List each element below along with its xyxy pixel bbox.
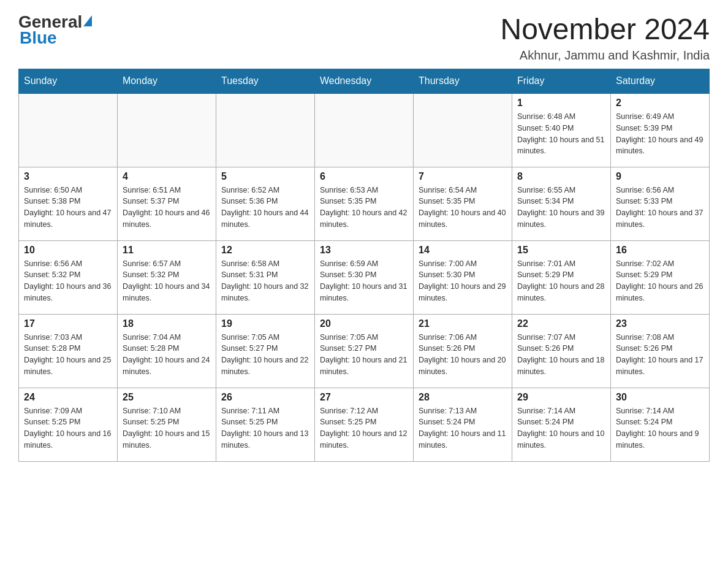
calendar-cell: 18Sunrise: 7:04 AMSunset: 5:28 PMDayligh… [118,314,216,388]
day-info: Sunrise: 7:11 AMSunset: 5:25 PMDaylight:… [221,405,309,451]
calendar-cell: 15Sunrise: 7:01 AMSunset: 5:29 PMDayligh… [512,240,611,314]
day-number: 24 [24,392,112,403]
calendar-cell: 8Sunrise: 6:55 AMSunset: 5:34 PMDaylight… [512,167,611,240]
day-info: Sunrise: 6:51 AMSunset: 5:37 PMDaylight:… [123,185,211,231]
day-number: 1 [517,98,605,109]
calendar-cell: 23Sunrise: 7:08 AMSunset: 5:26 PMDayligh… [611,314,710,388]
calendar-cell: 5Sunrise: 6:52 AMSunset: 5:36 PMDaylight… [216,167,315,240]
day-number: 22 [517,318,605,329]
day-number: 29 [517,392,605,403]
calendar-cell: 26Sunrise: 7:11 AMSunset: 5:25 PMDayligh… [216,388,315,461]
calendar-cell: 22Sunrise: 7:07 AMSunset: 5:26 PMDayligh… [512,314,611,388]
calendar-cell: 11Sunrise: 6:57 AMSunset: 5:32 PMDayligh… [118,240,216,314]
calendar-header-sunday: Sunday [19,69,118,94]
calendar-cell: 10Sunrise: 6:56 AMSunset: 5:32 PMDayligh… [19,240,118,314]
calendar-cell: 12Sunrise: 6:58 AMSunset: 5:31 PMDayligh… [216,240,315,314]
day-info: Sunrise: 7:03 AMSunset: 5:28 PMDaylight:… [24,332,112,378]
calendar-cell: 27Sunrise: 7:12 AMSunset: 5:25 PMDayligh… [315,388,414,461]
day-number: 25 [123,392,211,403]
day-info: Sunrise: 7:13 AMSunset: 5:24 PMDaylight:… [419,405,507,451]
calendar-table: SundayMondayTuesdayWednesdayThursdayFrid… [18,69,710,462]
calendar-week-row: 3Sunrise: 6:50 AMSunset: 5:38 PMDaylight… [19,167,710,240]
day-info: Sunrise: 7:06 AMSunset: 5:26 PMDaylight:… [419,332,507,378]
day-info: Sunrise: 7:04 AMSunset: 5:28 PMDaylight:… [123,332,211,378]
calendar-cell: 19Sunrise: 7:05 AMSunset: 5:27 PMDayligh… [216,314,315,388]
day-number: 7 [419,171,507,182]
day-info: Sunrise: 7:07 AMSunset: 5:26 PMDaylight:… [517,332,605,378]
calendar-cell: 7Sunrise: 6:54 AMSunset: 5:35 PMDaylight… [414,167,512,240]
calendar-week-row: 10Sunrise: 6:56 AMSunset: 5:32 PMDayligh… [19,240,710,314]
calendar-cell: 4Sunrise: 6:51 AMSunset: 5:37 PMDaylight… [118,167,216,240]
day-info: Sunrise: 6:57 AMSunset: 5:32 PMDaylight:… [123,258,211,304]
day-info: Sunrise: 7:12 AMSunset: 5:25 PMDaylight:… [320,405,408,451]
calendar-cell [118,93,216,167]
day-number: 27 [320,392,408,403]
day-info: Sunrise: 6:49 AMSunset: 5:39 PMDaylight:… [616,111,704,157]
day-info: Sunrise: 6:59 AMSunset: 5:30 PMDaylight:… [320,258,408,304]
day-number: 5 [221,171,309,182]
day-number: 11 [123,245,211,256]
month-title: November 2024 [500,12,710,46]
day-number: 30 [616,392,704,403]
day-number: 26 [221,392,309,403]
calendar-cell: 25Sunrise: 7:10 AMSunset: 5:25 PMDayligh… [118,388,216,461]
day-number: 6 [320,171,408,182]
calendar-cell: 17Sunrise: 7:03 AMSunset: 5:28 PMDayligh… [19,314,118,388]
day-number: 19 [221,318,309,329]
day-info: Sunrise: 7:02 AMSunset: 5:29 PMDaylight:… [616,258,704,304]
calendar-cell [414,93,512,167]
day-info: Sunrise: 6:54 AMSunset: 5:35 PMDaylight:… [419,185,507,231]
day-number: 12 [221,245,309,256]
day-info: Sunrise: 7:14 AMSunset: 5:24 PMDaylight:… [616,405,704,451]
logo: General Blue [18,12,92,48]
day-number: 23 [616,318,704,329]
day-info: Sunrise: 6:50 AMSunset: 5:38 PMDaylight:… [24,185,112,231]
day-info: Sunrise: 7:05 AMSunset: 5:27 PMDaylight:… [221,332,309,378]
day-info: Sunrise: 6:58 AMSunset: 5:31 PMDaylight:… [221,258,309,304]
day-number: 13 [320,245,408,256]
calendar-header-wednesday: Wednesday [315,69,414,94]
calendar-header-tuesday: Tuesday [216,69,315,94]
calendar-cell: 1Sunrise: 6:48 AMSunset: 5:40 PMDaylight… [512,93,611,167]
day-number: 14 [419,245,507,256]
day-info: Sunrise: 7:09 AMSunset: 5:25 PMDaylight:… [24,405,112,451]
day-info: Sunrise: 7:00 AMSunset: 5:30 PMDaylight:… [419,258,507,304]
calendar-cell: 20Sunrise: 7:05 AMSunset: 5:27 PMDayligh… [315,314,414,388]
day-info: Sunrise: 7:01 AMSunset: 5:29 PMDaylight:… [517,258,605,304]
calendar-week-row: 1Sunrise: 6:48 AMSunset: 5:40 PMDaylight… [19,93,710,167]
day-number: 16 [616,245,704,256]
day-info: Sunrise: 7:10 AMSunset: 5:25 PMDaylight:… [123,405,211,451]
logo-arrow-icon [83,15,92,26]
calendar-cell: 28Sunrise: 7:13 AMSunset: 5:24 PMDayligh… [414,388,512,461]
calendar-header-friday: Friday [512,69,611,94]
calendar-cell: 6Sunrise: 6:53 AMSunset: 5:35 PMDaylight… [315,167,414,240]
day-number: 28 [419,392,507,403]
calendar-header-monday: Monday [118,69,216,94]
day-number: 8 [517,171,605,182]
day-info: Sunrise: 6:55 AMSunset: 5:34 PMDaylight:… [517,185,605,231]
day-info: Sunrise: 6:52 AMSunset: 5:36 PMDaylight:… [221,185,309,231]
day-info: Sunrise: 6:56 AMSunset: 5:33 PMDaylight:… [616,185,704,231]
day-info: Sunrise: 7:05 AMSunset: 5:27 PMDaylight:… [320,332,408,378]
calendar-cell: 13Sunrise: 6:59 AMSunset: 5:30 PMDayligh… [315,240,414,314]
day-number: 10 [24,245,112,256]
calendar-header-row: SundayMondayTuesdayWednesdayThursdayFrid… [19,69,710,94]
page-header: General Blue November 2024 Akhnur, Jammu… [18,12,710,63]
location: Akhnur, Jammu and Kashmir, India [500,48,710,63]
day-info: Sunrise: 6:48 AMSunset: 5:40 PMDaylight:… [517,111,605,157]
calendar-header-thursday: Thursday [414,69,512,94]
day-number: 15 [517,245,605,256]
calendar-week-row: 24Sunrise: 7:09 AMSunset: 5:25 PMDayligh… [19,388,710,461]
day-info: Sunrise: 6:53 AMSunset: 5:35 PMDaylight:… [320,185,408,231]
calendar-cell: 3Sunrise: 6:50 AMSunset: 5:38 PMDaylight… [19,167,118,240]
day-info: Sunrise: 7:08 AMSunset: 5:26 PMDaylight:… [616,332,704,378]
day-number: 9 [616,171,704,182]
day-number: 4 [123,171,211,182]
logo-blue-text: Blue [20,28,57,48]
calendar-cell: 14Sunrise: 7:00 AMSunset: 5:30 PMDayligh… [414,240,512,314]
calendar-cell [216,93,315,167]
calendar-week-row: 17Sunrise: 7:03 AMSunset: 5:28 PMDayligh… [19,314,710,388]
title-section: November 2024 Akhnur, Jammu and Kashmir,… [500,12,710,63]
day-info: Sunrise: 6:56 AMSunset: 5:32 PMDaylight:… [24,258,112,304]
calendar-cell: 16Sunrise: 7:02 AMSunset: 5:29 PMDayligh… [611,240,710,314]
